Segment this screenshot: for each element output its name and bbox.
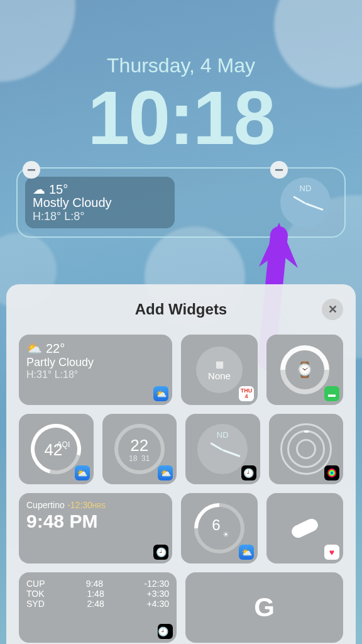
clock-city-label: ND [300, 184, 312, 193]
widget-aqi[interactable]: 42AQI [19, 414, 94, 484]
clock-app-icon [158, 624, 173, 639]
pill-icon [290, 517, 320, 540]
widget-weather-large[interactable]: 22° Partly Cloudy H:31° L:18° [19, 335, 172, 405]
world-list-row: TOK1:48+3:30 [26, 589, 169, 599]
minute-hand-icon [305, 203, 323, 211]
city-clock-label: ND [217, 430, 229, 440]
weather-app-icon [75, 465, 90, 480]
fitness-app-icon [324, 465, 339, 480]
cloud-icon [33, 182, 45, 197]
uv-value: 6 [212, 516, 220, 534]
weather-app-icon [158, 465, 173, 480]
temp-range-value: 22 [130, 436, 148, 455]
suncloud-icon [26, 341, 42, 356]
lockscreen-widget-tray[interactable]: 15° Mostly Cloudy H:18° L:8° ND [16, 167, 346, 238]
weather-large-hilo: H:31° L:18° [26, 369, 165, 380]
world-time: 9:48 PM [26, 511, 165, 532]
widget-battery[interactable] [266, 335, 343, 405]
widget-google[interactable]: G [185, 572, 343, 643]
placed-weather-condition: Mostly Cloudy [33, 196, 167, 210]
lockscreen-time[interactable]: 10:18 [0, 74, 362, 161]
weather-large-temp: 22° [46, 341, 65, 356]
sheet-title: Add Widgets [135, 301, 227, 318]
widget-uv[interactable]: 6☀ [181, 493, 258, 564]
placed-weather-widget[interactable]: 15° Mostly Cloudy H:18° L:8° [25, 177, 175, 228]
battery-app-icon [324, 386, 339, 401]
weather-app-icon [153, 386, 168, 401]
calendar-icon: ▦ [216, 359, 224, 369]
widget-city-clock[interactable]: ND [185, 414, 260, 484]
calendar-app-icon: THU4 [239, 386, 254, 401]
radar-icon: ••• [280, 423, 332, 475]
clock-app-icon [241, 465, 256, 480]
world-city: Cupertino [26, 500, 65, 510]
google-icon: G [254, 592, 275, 623]
hour-hand-icon [293, 196, 306, 204]
close-button[interactable]: ✕ [322, 299, 343, 320]
add-widgets-sheet: Add Widgets ✕ 22° Partly Cloudy H:31° L:… [6, 284, 356, 644]
placed-weather-temp: 15° [49, 182, 68, 197]
clock-app-icon [153, 545, 168, 560]
widget-calendar[interactable]: ▦ None THU4 [181, 335, 258, 405]
weather-large-condition: Partly Cloudy [26, 356, 165, 369]
placed-weather-hilo: H:18° L:8° [33, 210, 167, 223]
remove-weather-button[interactable]: − [23, 161, 40, 179]
world-list-row: CUP9:48-12:30 [26, 579, 169, 589]
widget-world-clock-list[interactable]: CUP9:48-12:30TOK1:48+3:30SYD2:48+4:30 [19, 572, 177, 643]
widget-world-clock-single[interactable]: Cupertino -12:30HRS 9:48 PM [19, 493, 172, 564]
widget-medications[interactable] [266, 493, 343, 564]
watch-icon [295, 361, 314, 379]
calendar-none-label: None [208, 370, 231, 381]
widget-temp-range[interactable]: 2218 31 [102, 414, 177, 484]
aqi-label: AQI [57, 440, 70, 449]
placed-clock-widget[interactable]: ND [280, 177, 331, 228]
world-list-row: SYD2:48+4:30 [26, 599, 169, 609]
remove-clock-button[interactable]: − [270, 161, 288, 179]
weather-app-icon [239, 545, 254, 560]
health-app-icon [324, 545, 339, 560]
widget-fitness[interactable]: ••• [269, 414, 344, 484]
